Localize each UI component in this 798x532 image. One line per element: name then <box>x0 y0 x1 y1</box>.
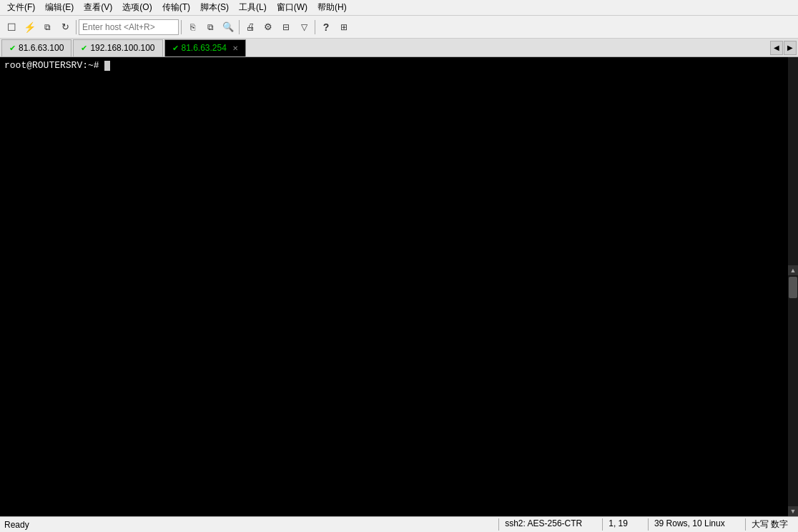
tab-close-icon-3[interactable]: ✕ <box>232 44 238 52</box>
statusbar-right: ssh2: AES-256-CTR 1, 19 39 Rows, 10 Linu… <box>498 518 794 531</box>
lightning-icon: ⚡ <box>24 21 36 33</box>
screen-button[interactable]: ⊞ <box>335 19 353 36</box>
tab-label-1: 81.6.63.100 <box>19 43 64 53</box>
menu-options[interactable]: 选项(O) <box>118 0 156 15</box>
toolbar: ☐ ⚡ ⧉ ↻ ⎘ ⧉ 🔍 🖨 ⚙ ⊟ <box>0 16 798 39</box>
tab-session-2[interactable]: ✔ 192.168.100.100 <box>73 39 162 56</box>
print-button[interactable]: 🖨 <box>242 19 259 36</box>
paste-button[interactable]: ⧉ <box>202 19 219 36</box>
scroll-up-button[interactable]: ▲ <box>788 265 798 275</box>
vertical-scrollbar[interactable]: ▲ ▼ <box>788 57 798 516</box>
reconnect-icon: ↻ <box>61 21 69 32</box>
lightning-button[interactable]: ⚡ <box>21 19 38 36</box>
toolbar-separator-1 <box>76 20 77 34</box>
terminal-prompt: root@ROUTERSRV:~# <box>4 60 99 71</box>
menu-window[interactable]: 窗口(W) <box>272 0 312 15</box>
help-button[interactable]: ? <box>317 19 335 36</box>
find-icon: 🔍 <box>222 21 234 32</box>
new-session-button[interactable]: ☐ <box>3 19 20 36</box>
print-icon: 🖨 <box>246 21 255 32</box>
copy-icon: ⎘ <box>190 22 195 32</box>
key-icon: ⊟ <box>282 22 290 32</box>
filter-icon: ▽ <box>301 22 307 32</box>
host-input[interactable] <box>79 19 179 35</box>
main-window: 文件(F) 编辑(E) 查看(V) 选项(O) 传输(T) 脚本(S) 工具(L… <box>0 0 798 532</box>
tab-label-3: 81.6.63.254 <box>182 43 227 53</box>
terminal-cursor <box>104 61 110 71</box>
key-button[interactable]: ⊟ <box>277 19 295 36</box>
menu-transfer[interactable]: 传输(T) <box>158 0 194 15</box>
new-session-icon: ☐ <box>7 21 16 33</box>
status-text: Ready <box>4 520 29 530</box>
tabs-nav: ◀ ▶ <box>770 41 797 55</box>
scroll-thumb[interactable] <box>789 277 797 298</box>
paste-icon: ⧉ <box>207 22 214 32</box>
tab-connected-icon-3: ✔ <box>172 44 179 53</box>
tabs-next-button[interactable]: ▶ <box>784 41 797 55</box>
menu-script[interactable]: 脚本(S) <box>196 0 233 15</box>
terminal-container: root@ROUTERSRV:~# ▲ ▼ <box>0 57 798 516</box>
duplicate-icon: ⧉ <box>44 22 51 32</box>
reconnect-button[interactable]: ↻ <box>56 19 74 36</box>
input-mode: 大写 数字 <box>745 518 794 531</box>
copy-button[interactable]: ⎘ <box>184 19 201 36</box>
tab-session-1[interactable]: ✔ 81.6.63.100 <box>1 39 72 56</box>
menu-file[interactable]: 文件(F) <box>3 0 39 15</box>
find-button[interactable]: 🔍 <box>220 19 237 36</box>
menu-help[interactable]: 帮助(H) <box>313 0 351 15</box>
tab-connected-icon-2: ✔ <box>81 44 87 53</box>
menubar: 文件(F) 编辑(E) 查看(V) 选项(O) 传输(T) 脚本(S) 工具(L… <box>0 0 798 16</box>
settings-button[interactable]: ⚙ <box>260 19 277 36</box>
tab-label-2: 192.168.100.100 <box>90 43 154 53</box>
tab-connected-icon-1: ✔ <box>9 44 16 53</box>
menu-view[interactable]: 查看(V) <box>79 0 117 15</box>
menu-tools[interactable]: 工具(L) <box>235 0 271 15</box>
settings-icon: ⚙ <box>264 21 272 32</box>
toolbar-separator-3 <box>239 20 240 34</box>
terminal-dimensions: 39 Rows, 10 Linux <box>648 518 731 531</box>
duplicate-button[interactable]: ⧉ <box>39 19 56 36</box>
screen-icon: ⊞ <box>340 22 348 32</box>
toolbar-separator-2 <box>181 20 182 34</box>
tab-session-3[interactable]: ✔ 81.6.63.254 ✕ <box>164 39 246 56</box>
menu-edit[interactable]: 编辑(E) <box>41 0 78 15</box>
scroll-down-button[interactable]: ▼ <box>788 506 798 516</box>
tabs-bar: ✔ 81.6.63.100 ✔ 192.168.100.100 ✔ 81.6.6… <box>0 39 798 57</box>
encryption-status: ssh2: AES-256-CTR <box>498 518 588 531</box>
statusbar: Ready ssh2: AES-256-CTR 1, 19 39 Rows, 1… <box>0 516 798 532</box>
terminal[interactable]: root@ROUTERSRV:~# <box>0 57 788 516</box>
help-icon: ? <box>323 21 330 33</box>
tabs-prev-button[interactable]: ◀ <box>770 41 783 55</box>
cursor-position: 1, 19 <box>602 518 634 531</box>
filter-button[interactable]: ▽ <box>295 19 312 36</box>
toolbar-separator-4 <box>315 20 315 34</box>
